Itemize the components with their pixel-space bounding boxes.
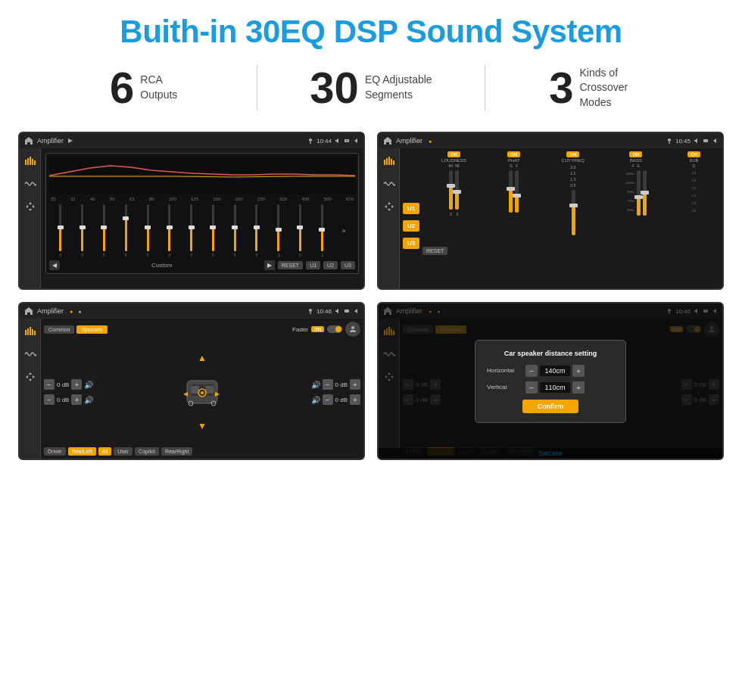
dialog-vertical-label: Vertical [487, 384, 521, 390]
u1-button-1[interactable]: U1 [306, 261, 320, 269]
confirm-button[interactable]: Confirm [522, 400, 579, 413]
fader-toggle[interactable] [327, 325, 342, 333]
u2-button-1[interactable]: U2 [323, 261, 338, 269]
preset-user[interactable]: User [114, 447, 132, 456]
screen-main-1: 253240506380100125160200250320400500630 … [41, 148, 363, 288]
preset-rearright[interactable]: RearRight [161, 447, 193, 456]
amp-slider-loudness-1[interactable] [449, 170, 453, 210]
sidebar-arrows-icon-3[interactable] [23, 370, 37, 384]
on-badge-sub[interactable]: ON [687, 151, 700, 157]
sidebar-equalizer-icon-3[interactable] [23, 325, 37, 338]
u3-button-1[interactable]: U3 [341, 261, 355, 269]
tab-common[interactable]: Common [44, 325, 74, 334]
on-badge-cutfreq[interactable]: ON [566, 151, 579, 157]
rec-dot-3: ● [70, 309, 73, 314]
eq-slider-2[interactable]: 0 [95, 204, 114, 257]
home-icon[interactable] [24, 136, 33, 145]
sidebar-equalizer-icon[interactable] [23, 154, 37, 168]
db-plus-lt[interactable]: + [71, 379, 82, 390]
amp-col-cutfreq: ON CUT FREQ 3.0 2.1 1.3 0.5 [561, 151, 585, 237]
horizontal-plus-btn[interactable]: + [572, 365, 585, 377]
db-minus-lb[interactable]: − [44, 394, 55, 405]
vertical-plus-btn[interactable]: + [572, 381, 585, 394]
screen-content-1: 253240506380100125160200250320400500630 … [20, 148, 363, 288]
sidebar-equalizer-icon-2[interactable] [382, 154, 396, 168]
amp-slider-cutfreq[interactable] [572, 190, 575, 235]
eq-slider-5[interactable]: 0 [160, 204, 179, 257]
db-minus-rb[interactable]: − [323, 394, 333, 405]
vertical-minus-btn[interactable]: − [525, 381, 538, 394]
eq-slider-11[interactable]: 0 [291, 204, 310, 257]
home-icon-2[interactable] [383, 136, 392, 145]
eq-slider-8[interactable]: 0 [225, 204, 245, 257]
db-minus-rt[interactable]: − [323, 379, 333, 390]
on-badge-loudness[interactable]: ON [447, 151, 460, 157]
db-plus-lb[interactable]: + [71, 394, 82, 405]
screen-sidebar-1 [20, 148, 41, 288]
sidebar-arrows-icon[interactable] [23, 200, 37, 213]
home-icon-3[interactable] [24, 306, 33, 316]
dialog-row-vertical: Vertical − 110cm + [487, 381, 614, 394]
play-button[interactable]: ▶ [264, 260, 275, 270]
back-icon-3[interactable] [353, 308, 359, 314]
u2-button[interactable]: U2 [403, 220, 419, 232]
fader-on-badge[interactable]: ON [311, 326, 324, 332]
tab-specialty[interactable]: Specialty [76, 325, 107, 334]
status-left-1: Amplifier [24, 136, 73, 145]
mute-icon-3 [344, 308, 350, 314]
back-icon-2[interactable] [712, 138, 718, 144]
db-plus-rb[interactable]: + [350, 394, 360, 405]
amp-slider-phat-g[interactable] [509, 170, 513, 213]
arrow-down-btn[interactable]: ▼ [198, 421, 207, 431]
horizontal-value: 140cm [540, 366, 570, 376]
arrow-up-btn[interactable]: ▲ [198, 353, 207, 363]
on-badge-bass[interactable]: ON [629, 151, 642, 157]
stat-eq-number: 30 [310, 66, 359, 110]
eq-bottom-row: ◀ Custom ▶ RESET U1 U2 U3 [49, 260, 355, 270]
db-minus-lt[interactable]: − [44, 379, 55, 390]
on-badge-phat[interactable]: ON [507, 151, 520, 157]
screen-sidebar-2 [379, 148, 400, 288]
eq-slider-3[interactable]: 5 [116, 204, 136, 257]
speaker-rl-icon: 🔊 [84, 396, 93, 404]
status-title-1: Amplifier [37, 137, 64, 145]
u3-button[interactable]: U3 [403, 238, 419, 249]
amp-slider-loudness-2[interactable] [455, 170, 459, 210]
preset-rearleft[interactable]: RearLeft [68, 447, 96, 456]
preset-all[interactable]: All [98, 447, 112, 456]
stat-eq: 30 EQ AdjustableSegments [257, 66, 484, 110]
db-plus-rt[interactable]: + [350, 379, 360, 390]
sidebar-wave-icon[interactable] [23, 177, 37, 191]
eq-slider-7[interactable]: 0 [203, 204, 223, 257]
amp-slider-bass-g[interactable] [643, 170, 647, 216]
eq-slider-12[interactable]: -1 [312, 204, 332, 257]
eq-slider-10[interactable]: -1 [269, 204, 288, 257]
preset-driver[interactable]: Driver [44, 447, 66, 456]
eq-slider-4[interactable]: 0 [138, 204, 157, 257]
amp-layout: U1 U2 U3 ON LOUDNESS [403, 151, 719, 285]
eq-slider-0[interactable]: 0 [51, 204, 70, 257]
svg-point-19 [309, 309, 312, 312]
user-avatar-icon[interactable] [345, 322, 360, 337]
sidebar-wave-icon-2[interactable] [382, 177, 396, 191]
preset-copilot[interactable]: Copilot [135, 447, 159, 456]
u1-button[interactable]: U1 [403, 203, 419, 214]
prev-button[interactable]: ◀ [49, 260, 60, 270]
mute-icon-2 [703, 138, 709, 144]
sidebar-arrows-icon-2[interactable] [382, 200, 396, 213]
sidebar-wave-icon-3[interactable] [23, 347, 37, 361]
screen-sidebar-3 [20, 319, 41, 459]
amp-slider-phat-f[interactable] [515, 170, 519, 213]
eq-slider-6[interactable]: 0 [182, 204, 201, 257]
back-icon-1[interactable] [353, 138, 359, 144]
eq-slider-9[interactable]: 0 [247, 204, 267, 257]
svg-marker-0 [68, 138, 73, 143]
reset-button-1[interactable]: RESET [278, 261, 303, 269]
eq-slider-1[interactable]: 0 [73, 204, 92, 257]
status-left-3: Amplifier ● ● [24, 306, 81, 316]
horizontal-minus-btn[interactable]: − [525, 365, 538, 377]
reset-button-2[interactable]: RESET [422, 247, 447, 255]
speaker-fl-icon: 🔊 [84, 381, 93, 389]
db-val-lt: 0 dB [57, 381, 69, 388]
amp-slider-bass-f[interactable] [637, 170, 641, 216]
